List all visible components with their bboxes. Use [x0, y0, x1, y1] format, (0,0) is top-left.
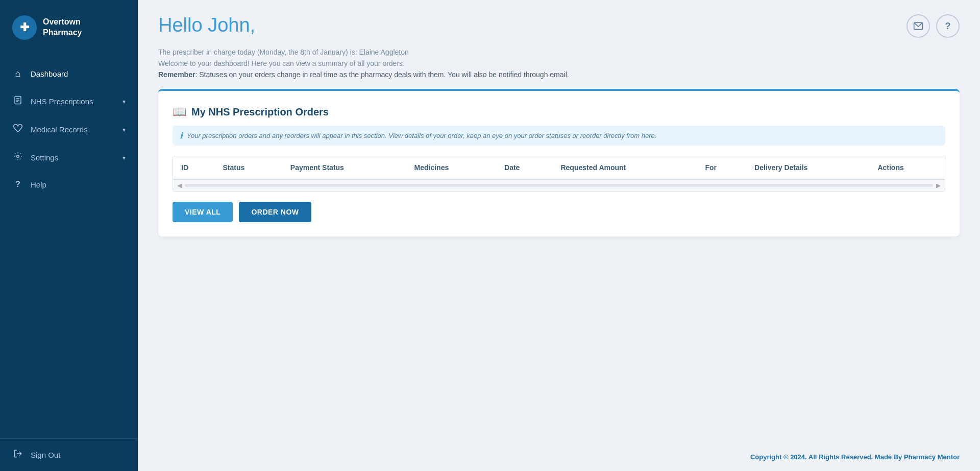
page-greeting: Hello John,	[158, 14, 255, 36]
col-actions: Actions	[869, 156, 945, 179]
main-body: The prescriber in charge today (Monday, …	[138, 48, 980, 443]
remember-body: : Statuses on your orders change in real…	[195, 70, 569, 79]
svg-point-4	[17, 155, 19, 158]
mail-button[interactable]	[906, 14, 930, 38]
chevron-down-icon: ▾	[122, 126, 126, 133]
scroll-left-arrow[interactable]: ◀	[177, 182, 182, 189]
header-left: Hello John,	[158, 14, 255, 36]
sign-out-label: Sign Out	[31, 451, 60, 459]
prescription-card: 📖 My NHS Prescription Orders ℹ Your pres…	[158, 89, 960, 237]
help-button[interactable]: ?	[936, 14, 960, 38]
col-medicines: Medicines	[406, 156, 497, 179]
sign-out-button[interactable]: Sign Out	[12, 449, 126, 461]
col-date: Date	[496, 156, 552, 179]
remember-label: Remember	[158, 70, 195, 79]
sidebar-bottom: Sign Out	[0, 438, 138, 471]
col-id: ID	[173, 156, 214, 179]
sidebar-item-medical-records[interactable]: Medical Records ▾	[0, 115, 138, 144]
card-info-box: ℹ Your prescription orders and any reord…	[173, 126, 945, 146]
col-delivery-details: Delivery Details	[746, 156, 869, 179]
logo: ✚ OvertownPharmacy	[0, 0, 138, 55]
sidebar-item-dashboard[interactable]: ⌂ Dashboard	[0, 60, 138, 87]
book-icon: 📖	[173, 105, 186, 119]
prescription-icon	[12, 96, 23, 107]
sidebar-item-help[interactable]: ? Help	[0, 172, 138, 197]
sidebar-item-label: Help	[31, 180, 126, 189]
scroll-right-arrow[interactable]: ▶	[936, 182, 941, 189]
chevron-down-icon: ▾	[122, 98, 126, 105]
info-icon: ℹ	[180, 131, 183, 140]
table-scroll[interactable]: ID Status Payment Status Medicines Date …	[173, 156, 945, 179]
welcome-text: Welcome to your dashboard! Here you can …	[158, 59, 960, 67]
table-header-row: ID Status Payment Status Medicines Date …	[173, 156, 945, 179]
table-horizontal-scrollbar[interactable]: ◀ ▶	[173, 179, 945, 191]
card-info-text: Your prescription orders and any reorder…	[187, 132, 656, 139]
medical-records-icon	[12, 124, 23, 135]
remember-text: Remember: Statuses on your orders change…	[158, 70, 960, 79]
main-header: Hello John, ?	[138, 0, 980, 48]
logo-text: OvertownPharmacy	[43, 17, 82, 38]
sidebar-item-label: NHS Prescriptions	[31, 97, 115, 106]
main-content: Hello John, ? The prescriber in charge t…	[138, 0, 980, 471]
question-icon: ?	[945, 21, 951, 32]
orders-table-wrapper: ID Status Payment Status Medicines Date …	[173, 156, 945, 192]
col-for: For	[697, 156, 746, 179]
sidebar-item-nhs-prescriptions[interactable]: NHS Prescriptions ▾	[0, 87, 138, 115]
col-requested-amount: Requested Amount	[552, 156, 697, 179]
scroll-track[interactable]	[185, 184, 933, 187]
order-now-button[interactable]: ORDER NOW	[239, 202, 311, 222]
col-status: Status	[214, 156, 282, 179]
sign-out-icon	[12, 449, 23, 461]
page-footer: Copyright © 2024. All Rights Reserved. M…	[138, 443, 980, 471]
card-actions: VIEW ALL ORDER NOW	[173, 202, 945, 222]
card-title-text: My NHS Prescription Orders	[191, 106, 329, 118]
help-icon: ?	[12, 180, 23, 189]
sidebar: ✚ OvertownPharmacy ⌂ Dashboard NHS Presc…	[0, 0, 138, 471]
sidebar-item-label: Dashboard	[31, 69, 126, 78]
sidebar-item-settings[interactable]: Settings ▾	[0, 144, 138, 172]
col-payment-status: Payment Status	[282, 156, 406, 179]
home-icon: ⌂	[12, 68, 23, 79]
gear-icon	[12, 152, 23, 163]
logo-icon: ✚	[12, 15, 37, 40]
prescriber-text: The prescriber in charge today (Monday, …	[158, 48, 960, 56]
footer-text: Copyright © 2024. All Rights Reserved. M…	[750, 453, 960, 461]
sidebar-item-label: Settings	[31, 153, 115, 162]
sidebar-item-label: Medical Records	[31, 125, 115, 134]
chevron-down-icon: ▾	[122, 154, 126, 161]
orders-table: ID Status Payment Status Medicines Date …	[173, 156, 945, 179]
header-actions: ?	[906, 14, 960, 38]
sidebar-nav: ⌂ Dashboard NHS Prescriptions ▾ Med	[0, 55, 138, 438]
card-title: 📖 My NHS Prescription Orders	[173, 105, 945, 119]
view-all-button[interactable]: VIEW ALL	[173, 202, 233, 222]
